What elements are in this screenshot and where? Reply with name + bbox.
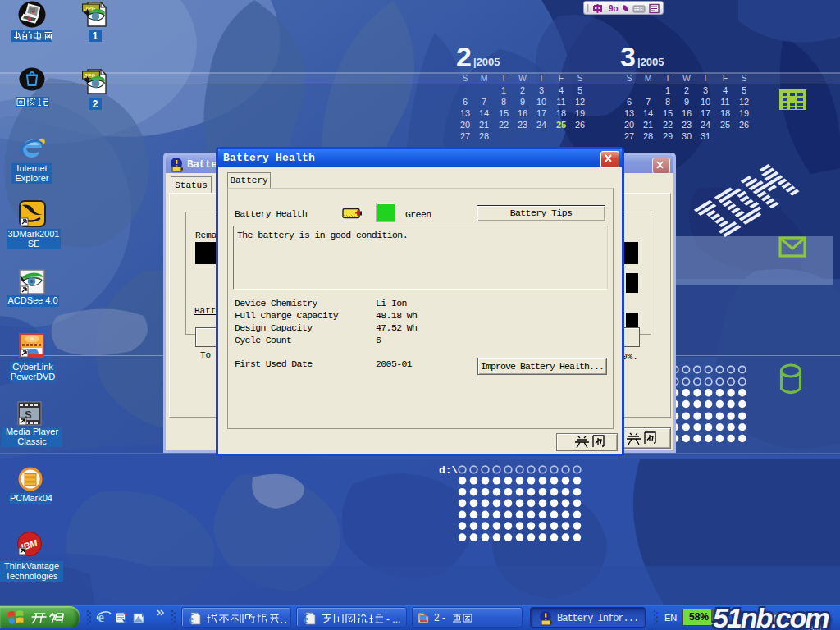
svg-text:14: 14 xyxy=(479,108,489,118)
svg-text:21: 21 xyxy=(643,120,653,130)
svg-text:|2005: |2005 xyxy=(637,56,664,68)
svg-text:10: 10 xyxy=(701,97,710,107)
svg-text:9: 9 xyxy=(684,97,689,107)
svg-text:25: 25 xyxy=(556,120,566,130)
svg-text:T: T xyxy=(703,73,709,83)
svg-text:M: M xyxy=(645,73,652,83)
svg-text:7: 7 xyxy=(482,97,486,107)
svg-text:23: 23 xyxy=(682,120,692,130)
svg-text:16: 16 xyxy=(682,108,692,118)
svg-text:9: 9 xyxy=(520,97,525,107)
svg-text:19: 19 xyxy=(575,108,585,118)
svg-text:W: W xyxy=(518,73,527,83)
svg-text:24: 24 xyxy=(536,120,546,130)
svg-text:8: 8 xyxy=(501,97,506,107)
svg-text:13: 13 xyxy=(624,108,634,118)
svg-text:23: 23 xyxy=(518,120,527,130)
svg-text:14: 14 xyxy=(643,108,653,118)
svg-text:T: T xyxy=(501,73,507,83)
svg-text:3: 3 xyxy=(703,85,708,95)
svg-text:28: 28 xyxy=(479,131,489,141)
svg-text:F: F xyxy=(559,73,564,83)
svg-text:19: 19 xyxy=(739,108,749,118)
svg-text:22: 22 xyxy=(499,120,509,130)
svg-text:26: 26 xyxy=(575,120,585,130)
svg-text:27: 27 xyxy=(624,131,634,141)
svg-text:S: S xyxy=(741,73,746,83)
svg-text:6: 6 xyxy=(627,97,632,107)
svg-text:15: 15 xyxy=(499,108,509,118)
svg-text:11: 11 xyxy=(556,97,565,107)
svg-text:20: 20 xyxy=(460,120,470,130)
svg-text:1: 1 xyxy=(501,85,506,95)
svg-text:29: 29 xyxy=(663,131,673,141)
svg-text:18: 18 xyxy=(556,108,566,118)
svg-text:9o: 9o xyxy=(609,4,619,13)
svg-text:5: 5 xyxy=(742,85,746,95)
svg-text:24: 24 xyxy=(701,120,710,130)
svg-text:3: 3 xyxy=(539,85,544,95)
svg-text:4: 4 xyxy=(559,85,564,95)
svg-text:10: 10 xyxy=(536,97,546,107)
svg-text:15: 15 xyxy=(663,108,673,118)
svg-text:2: 2 xyxy=(520,85,525,95)
svg-text:S: S xyxy=(626,73,632,83)
svg-text:1: 1 xyxy=(665,85,670,95)
svg-text:25: 25 xyxy=(720,120,730,130)
svg-text:22: 22 xyxy=(663,120,673,130)
svg-text:T: T xyxy=(539,73,545,83)
svg-text:31: 31 xyxy=(701,131,710,141)
svg-text:11: 11 xyxy=(720,97,729,107)
svg-text:5: 5 xyxy=(578,85,582,95)
svg-text:8: 8 xyxy=(665,97,670,107)
svg-text:W: W xyxy=(682,73,691,83)
svg-text:26: 26 xyxy=(739,120,749,130)
svg-text:13: 13 xyxy=(460,108,470,118)
svg-text:3: 3 xyxy=(620,41,636,72)
svg-text:17: 17 xyxy=(701,108,710,118)
svg-text:2: 2 xyxy=(684,85,689,95)
svg-text:30: 30 xyxy=(682,131,692,141)
svg-text:28: 28 xyxy=(643,131,653,141)
svg-text:S: S xyxy=(462,73,468,83)
svg-text:12: 12 xyxy=(739,97,749,107)
svg-text:12: 12 xyxy=(575,97,585,107)
svg-text:T: T xyxy=(665,73,671,83)
svg-text:F: F xyxy=(723,73,728,83)
svg-text:7: 7 xyxy=(646,97,651,107)
svg-text:18: 18 xyxy=(720,108,730,118)
svg-text:21: 21 xyxy=(479,120,489,130)
svg-text:- ...: - ... xyxy=(386,614,400,625)
svg-text:17: 17 xyxy=(536,108,546,118)
svg-text:20: 20 xyxy=(624,120,634,130)
svg-text:|2005: |2005 xyxy=(473,56,500,68)
svg-text:d:\: d:\ xyxy=(439,464,459,477)
svg-text:4: 4 xyxy=(723,85,728,95)
svg-text:6: 6 xyxy=(463,97,468,107)
svg-text:S: S xyxy=(577,73,582,83)
svg-text:27: 27 xyxy=(460,131,470,141)
svg-text:2: 2 xyxy=(456,41,472,72)
svg-text:M: M xyxy=(481,73,488,83)
svg-text:16: 16 xyxy=(518,108,527,118)
